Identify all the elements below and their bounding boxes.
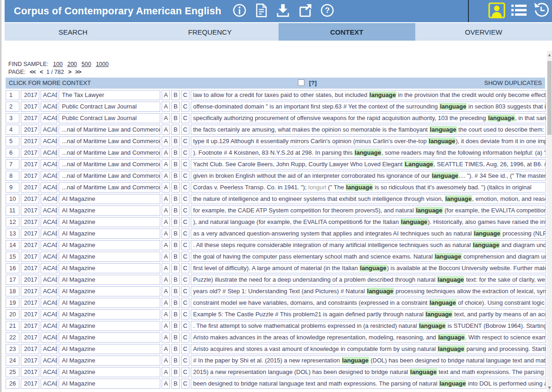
- context-link-c[interactable]: C: [181, 194, 189, 204]
- kwic-context-cell[interactable]: Puzzle) illustrate the need for a deep u…: [191, 275, 546, 285]
- year-cell[interactable]: 2017: [21, 159, 39, 169]
- kwic-context-cell[interactable]: Cordas v. Peerless Transp. Co. in 1941. …: [191, 182, 546, 193]
- context-link-c[interactable]: C: [181, 298, 189, 308]
- context-link-b[interactable]: B: [171, 240, 180, 250]
- context-link-a[interactable]: A: [162, 286, 170, 296]
- help-bracket-link[interactable]: [?]: [309, 79, 317, 86]
- kwic-context-cell[interactable]: constraint model we have variables, doma…: [191, 298, 546, 308]
- context-link-c[interactable]: C: [181, 148, 189, 158]
- source-cell[interactable]: ...nal of Maritime Law and Commerce: [59, 136, 160, 146]
- sample-100-link[interactable]: 100: [53, 61, 63, 67]
- context-link-b[interactable]: B: [171, 344, 180, 354]
- context-link-c[interactable]: C: [181, 263, 189, 273]
- context-link-a[interactable]: A: [162, 252, 170, 262]
- row-number-cell[interactable]: 10: [6, 194, 19, 204]
- source-cell[interactable]: AI Magazine: [59, 229, 160, 239]
- genre-cell[interactable]: ACAD: [41, 136, 57, 146]
- context-link-b[interactable]: B: [171, 356, 180, 366]
- context-link-c[interactable]: C: [181, 136, 189, 146]
- context-link-a[interactable]: A: [162, 205, 170, 216]
- year-cell[interactable]: 2017: [21, 205, 39, 216]
- row-number-cell[interactable]: 26: [6, 379, 19, 389]
- year-cell[interactable]: 2017: [21, 217, 39, 227]
- context-link-c[interactable]: C: [181, 252, 189, 262]
- kwic-context-cell[interactable]: given in broken English without the aid …: [191, 171, 546, 181]
- kwic-context-cell[interactable]: # In the paper by Shi et al. (2015) a ne…: [191, 356, 546, 366]
- kwic-context-cell[interactable]: years old? # Step 1: Understanding Text …: [191, 286, 546, 296]
- context-link-c[interactable]: C: [181, 182, 189, 193]
- context-link-b[interactable]: B: [171, 379, 180, 389]
- source-cell[interactable]: AI Magazine: [59, 298, 160, 308]
- kwic-context-cell[interactable]: Aristo makes advances in the areas of kn…: [191, 332, 546, 343]
- kwic-context-cell[interactable]: as a very advanced question-answering sy…: [191, 229, 546, 239]
- context-link-a[interactable]: A: [162, 125, 170, 135]
- row-number-cell[interactable]: 22: [6, 332, 19, 343]
- kwic-context-cell[interactable]: been designed to bridge natural language…: [191, 379, 546, 389]
- kwic-context-cell[interactable]: law to allow for a credit for taxes paid…: [191, 90, 546, 100]
- info-icon[interactable]: [232, 3, 247, 19]
- genre-cell[interactable]: ACAD: [41, 344, 57, 354]
- genre-cell[interactable]: ACAD: [41, 379, 57, 389]
- row-number-cell[interactable]: 21: [6, 321, 19, 331]
- context-link-a[interactable]: A: [162, 379, 170, 389]
- row-number-cell[interactable]: 5: [6, 136, 19, 146]
- source-cell[interactable]: ...nal of Maritime Law and Commerce: [59, 125, 160, 135]
- context-link-c[interactable]: C: [181, 113, 189, 123]
- genre-cell[interactable]: ACAD: [41, 286, 57, 296]
- kwic-context-cell[interactable]: the nature of intelligence and to engine…: [191, 194, 546, 204]
- year-cell[interactable]: 2017: [21, 379, 39, 389]
- context-link-c[interactable]: C: [181, 356, 189, 366]
- kwic-context-cell[interactable]: . The first attempt to solve mathematica…: [191, 321, 546, 331]
- context-link-a[interactable]: A: [162, 148, 170, 158]
- user-icon[interactable]: [488, 2, 505, 20]
- context-link-b[interactable]: B: [171, 286, 180, 296]
- year-cell[interactable]: 2017: [21, 356, 39, 366]
- context-link-b[interactable]: B: [171, 113, 180, 123]
- row-number-cell[interactable]: 15: [6, 252, 19, 262]
- context-link-a[interactable]: A: [162, 321, 170, 331]
- context-link-c[interactable]: C: [181, 332, 189, 343]
- kwic-context-cell[interactable]: specifically authorizing procurement of …: [191, 113, 546, 123]
- kwic-context-cell[interactable]: Example 5: The Castle Puzzle # This prob…: [191, 309, 546, 320]
- genre-cell[interactable]: ACAD: [41, 90, 57, 100]
- source-cell[interactable]: AI Magazine: [59, 332, 160, 343]
- year-cell[interactable]: 2017: [21, 148, 39, 158]
- row-number-cell[interactable]: 20: [6, 309, 19, 320]
- genre-cell[interactable]: ACAD: [41, 194, 57, 204]
- context-link-a[interactable]: A: [162, 332, 170, 343]
- year-cell[interactable]: 2017: [21, 321, 39, 331]
- context-link-a[interactable]: A: [162, 182, 170, 193]
- row-number-cell[interactable]: 16: [6, 263, 19, 273]
- genre-cell[interactable]: ACAD: [41, 159, 57, 169]
- source-cell[interactable]: AI Magazine: [59, 286, 160, 296]
- context-link-a[interactable]: A: [162, 240, 170, 250]
- context-link-a[interactable]: A: [162, 194, 170, 204]
- row-number-cell[interactable]: 3: [6, 113, 19, 123]
- context-link-b[interactable]: B: [171, 309, 180, 320]
- kwic-context-cell[interactable]: 2015) a new representation language (DOL…: [191, 367, 546, 377]
- genre-cell[interactable]: ACAD: [41, 298, 57, 308]
- download-icon[interactable]: [276, 3, 290, 19]
- year-cell[interactable]: 2017: [21, 286, 39, 296]
- kwic-context-cell[interactable]: . All these steps require considerable i…: [191, 240, 546, 250]
- row-number-cell[interactable]: 8: [6, 171, 19, 181]
- list-icon[interactable]: [511, 4, 527, 18]
- context-link-b[interactable]: B: [171, 332, 180, 343]
- source-cell[interactable]: AI Magazine: [59, 263, 160, 273]
- last-page-button[interactable]: >>: [75, 69, 81, 75]
- context-link-b[interactable]: B: [171, 102, 180, 112]
- scrollbar-thumb[interactable]: [547, 61, 552, 135]
- year-cell[interactable]: 2017: [21, 332, 39, 343]
- context-link-b[interactable]: B: [171, 229, 180, 239]
- context-link-c[interactable]: C: [181, 102, 189, 112]
- context-link-a[interactable]: A: [162, 263, 170, 273]
- context-link-a[interactable]: A: [162, 309, 170, 320]
- source-cell[interactable]: AI Magazine: [59, 344, 160, 354]
- source-cell[interactable]: AI Magazine: [59, 367, 160, 377]
- source-cell[interactable]: ...nal of Maritime Law and Commerce: [59, 148, 160, 158]
- context-link-b[interactable]: B: [171, 90, 180, 100]
- row-number-cell[interactable]: 23: [6, 344, 19, 354]
- year-cell[interactable]: 2017: [21, 113, 39, 123]
- year-cell[interactable]: 2017: [21, 229, 39, 239]
- help-icon[interactable]: ?: [320, 3, 334, 19]
